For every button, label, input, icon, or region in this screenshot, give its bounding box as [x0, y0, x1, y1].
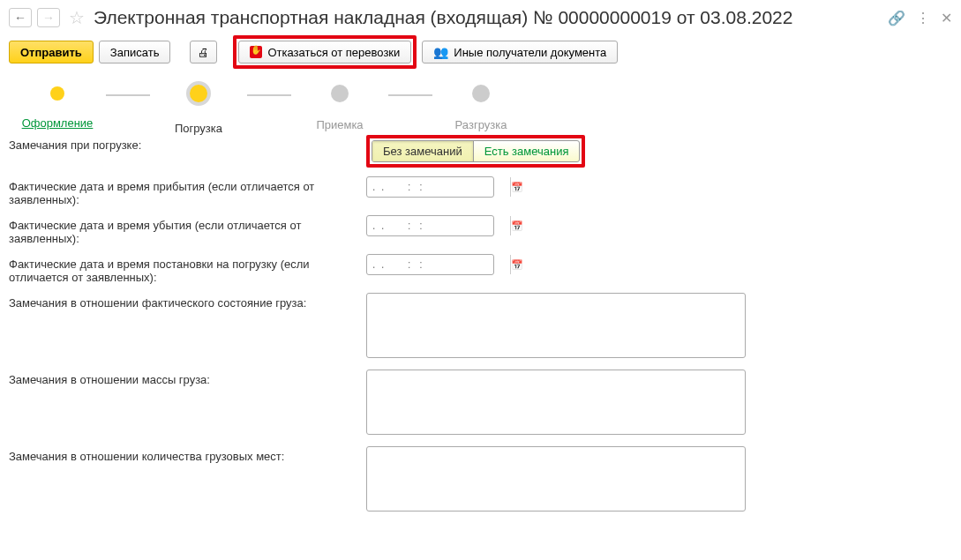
nav-forward-button[interactable]: →: [37, 8, 60, 27]
highlight-toggle: Без замечаний Есть замечания: [366, 135, 585, 168]
step-pogruzka[interactable]: Погрузка: [150, 85, 247, 135]
step-label-4: Разгрузка: [455, 118, 507, 131]
calendar-icon: 📅: [511, 220, 523, 232]
cargo-mass-textarea[interactable]: [366, 370, 746, 435]
step-label-2: Погрузка: [175, 122, 222, 135]
step-label-1: Оформление: [22, 116, 94, 130]
toggle-no-remarks[interactable]: Без замечаний: [372, 141, 473, 161]
cargo-state-textarea[interactable]: [366, 293, 746, 358]
step-circle-1: [50, 86, 64, 101]
arrival-label: Фактические дата и время прибытия (если …: [9, 176, 366, 206]
cargo-state-label: Замечания в отношении фактического состо…: [9, 293, 366, 310]
stop-hand-icon: [250, 46, 262, 58]
step-circle-3: [331, 85, 349, 102]
other-recipients-button[interactable]: 👥 Иные получатели документа: [422, 41, 618, 63]
people-icon: 👥: [433, 45, 448, 59]
step-label-3: Приемка: [316, 118, 363, 131]
remarks-label: Замечания при погрузке:: [9, 135, 366, 152]
favorite-star-icon[interactable]: ☆: [69, 7, 85, 28]
more-menu-icon[interactable]: ⋮: [916, 10, 930, 26]
departure-calendar-button[interactable]: 📅: [510, 216, 523, 235]
calendar-icon: 📅: [511, 182, 523, 193]
refuse-button[interactable]: Отказаться от перевозки: [238, 41, 411, 63]
step-circle-4: [472, 85, 490, 102]
step-oformlenie[interactable]: Оформление: [9, 85, 106, 130]
step-priemka[interactable]: Приемка: [291, 85, 388, 131]
send-button[interactable]: Отправить: [9, 41, 94, 63]
refuse-label: Отказаться от перевозки: [267, 46, 400, 59]
nav-back-button[interactable]: ←: [9, 8, 32, 27]
other-recipients-label: Иные получатели документа: [454, 46, 606, 59]
printer-icon: 🖨: [198, 46, 209, 59]
toggle-has-remarks[interactable]: Есть замечания: [474, 141, 580, 161]
remarks-toggle: Без замечаний Есть замечания: [372, 140, 580, 162]
calendar-icon: 📅: [511, 259, 523, 271]
link-icon[interactable]: 🔗: [888, 10, 905, 26]
cargo-places-textarea[interactable]: [366, 446, 746, 511]
close-icon[interactable]: ✕: [941, 10, 952, 26]
save-button[interactable]: Записать: [99, 41, 171, 63]
departure-datetime-input[interactable]: [367, 220, 510, 232]
arrival-calendar-button[interactable]: 📅: [510, 177, 523, 197]
loading-datetime-input[interactable]: [367, 258, 510, 271]
step-connector: [106, 94, 150, 96]
cargo-places-label: Замечания в отношении количества грузовы…: [9, 446, 366, 463]
page-title: Электронная транспортная накладная (вход…: [94, 7, 882, 28]
departure-label: Фактические дата и время убытия (если от…: [9, 215, 366, 245]
highlight-refuse: Отказаться от перевозки: [233, 35, 417, 69]
cargo-mass-label: Замечания в отношении массы груза:: [9, 370, 366, 386]
step-circle-2: [186, 81, 211, 106]
arrival-datetime-input[interactable]: [367, 181, 510, 193]
print-button[interactable]: 🖨: [190, 41, 217, 63]
loading-label: Фактические дата и время постановки на п…: [9, 254, 366, 284]
step-connector: [247, 94, 291, 96]
step-razgruzka[interactable]: Разгрузка: [432, 85, 529, 131]
loading-calendar-button[interactable]: 📅: [510, 255, 523, 274]
step-connector: [388, 94, 432, 96]
